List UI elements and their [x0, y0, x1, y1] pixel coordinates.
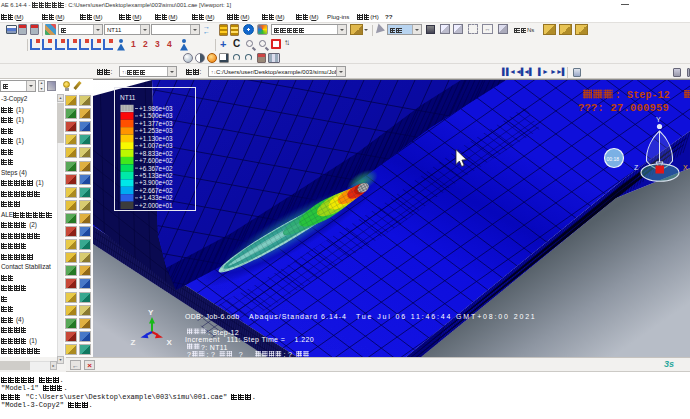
svg-text:X: X [683, 164, 688, 171]
svg-text:00:18: 00:18 [607, 156, 620, 162]
svg-text:Z: Z [131, 338, 136, 347]
svg-text:+3.900e+02: +3.900e+02 [139, 179, 173, 186]
svg-text:X: X [167, 338, 173, 347]
svg-text:???: 27.000959: ???: 27.000959 [578, 102, 669, 114]
svg-text:+6.367e+02: +6.367e+02 [139, 165, 173, 172]
svg-text:Abaqus/Standard 6.14-4: Abaqus/Standard 6.14-4 [249, 313, 347, 321]
svg-text:NT11: NT11 [120, 94, 136, 101]
svg-text:+1.007e+03: +1.007e+03 [139, 142, 173, 149]
svg-text:+8.833e+02: +8.833e+02 [139, 150, 173, 157]
svg-text:+1.253e+03: +1.253e+03 [139, 127, 173, 134]
svg-text:: Step-12: : Step-12 [615, 90, 670, 101]
svg-text:Y: Y [148, 308, 154, 317]
svg-text:+1.500e+03: +1.500e+03 [139, 112, 173, 119]
svg-text:+1.433e+02: +1.433e+02 [139, 194, 173, 201]
svg-text:+7.600e+02: +7.600e+02 [139, 157, 173, 164]
svg-text:+5.133e+02: +5.133e+02 [139, 172, 173, 179]
svg-text:ODB: Job-6.odb: ODB: Job-6.odb [185, 313, 239, 320]
svg-text:+2.667e+02: +2.667e+02 [139, 187, 173, 194]
svg-text:Z: Z [634, 164, 639, 171]
svg-text:Y: Y [656, 116, 661, 123]
svg-text:+1.986e+03: +1.986e+03 [139, 105, 173, 112]
svg-text:+2.000e+01: +2.000e+01 [139, 202, 173, 209]
svg-text:+1.130e+03: +1.130e+03 [139, 135, 173, 142]
svg-text:?: NT11: ?: NT11 [201, 344, 227, 351]
svg-text:Tue Jul 06 11:46:44 GMT+08:00: Tue Jul 06 11:46:44 GMT+08:00 2021 [356, 313, 537, 320]
svg-text:+1.377e+03: +1.377e+03 [139, 120, 173, 127]
